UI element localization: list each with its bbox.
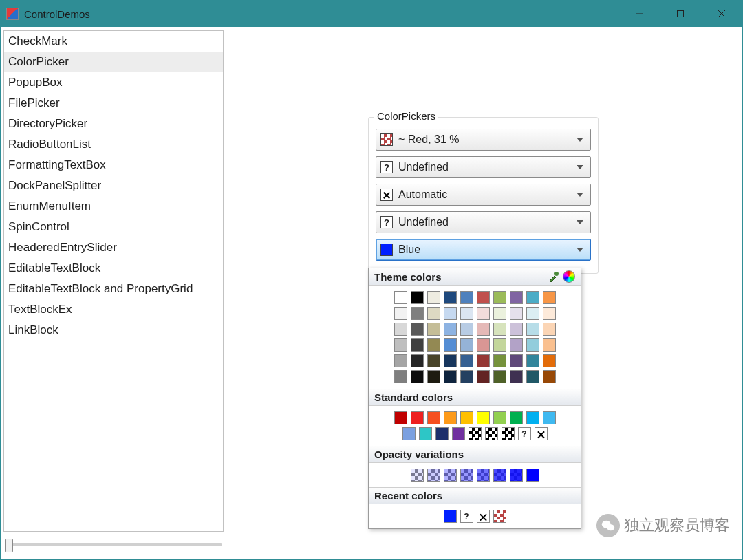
color-swatch[interactable]: [460, 338, 473, 352]
undefined-swatch[interactable]: ?: [518, 427, 531, 440]
undefined-swatch[interactable]: ?: [460, 510, 473, 523]
list-item[interactable]: EnumMenuItem: [4, 196, 223, 217]
color-swatch[interactable]: [444, 370, 457, 383]
color-swatch[interactable]: [543, 354, 556, 367]
color-swatch[interactable]: [510, 338, 523, 352]
color-swatch[interactable]: [543, 411, 556, 424]
demo-listbox[interactable]: CheckMarkColorPickerPopupBoxFilePickerDi…: [3, 30, 224, 532]
opacity-swatch[interactable]: [411, 469, 424, 482]
list-item[interactable]: SpinControl: [4, 217, 223, 237]
color-swatch[interactable]: [460, 411, 473, 424]
color-swatch[interactable]: [444, 338, 457, 352]
color-swatch[interactable]: [510, 411, 523, 424]
color-swatch[interactable]: [394, 338, 407, 352]
color-swatch[interactable]: [411, 291, 424, 304]
color-swatch[interactable]: [477, 291, 490, 304]
transparent-swatch[interactable]: [469, 427, 482, 440]
color-swatch[interactable]: [543, 338, 556, 352]
color-swatch[interactable]: [493, 338, 506, 352]
color-swatch[interactable]: [477, 307, 490, 320]
color-swatch[interactable]: [444, 307, 457, 320]
color-combo[interactable]: ?Undefined: [376, 211, 591, 233]
color-swatch[interactable]: [477, 338, 490, 352]
list-item[interactable]: TextBlockEx: [4, 299, 223, 320]
opacity-swatch[interactable]: [427, 469, 440, 482]
color-swatch[interactable]: [394, 370, 407, 383]
color-combo[interactable]: Automatic: [376, 184, 591, 206]
color-swatch[interactable]: [427, 338, 440, 352]
color-swatch[interactable]: [526, 370, 539, 383]
color-swatch[interactable]: [427, 354, 440, 367]
opacity-swatch[interactable]: [460, 469, 473, 482]
color-swatch[interactable]: [411, 411, 424, 424]
color-swatch[interactable]: [526, 291, 539, 304]
color-swatch[interactable]: [543, 370, 556, 383]
color-swatch[interactable]: [402, 427, 416, 440]
color-swatch[interactable]: [493, 307, 506, 320]
color-swatch[interactable]: [477, 370, 490, 383]
automatic-swatch[interactable]: [535, 427, 548, 440]
opacity-swatch[interactable]: [493, 469, 506, 482]
color-swatch[interactable]: [411, 354, 424, 367]
eyedropper-icon[interactable]: [548, 270, 560, 283]
color-swatch[interactable]: [452, 427, 465, 440]
opacity-swatch[interactable]: [526, 469, 539, 482]
color-swatch[interactable]: [460, 354, 473, 367]
list-item[interactable]: DockPanelSplitter: [4, 175, 223, 196]
color-swatch[interactable]: [427, 291, 440, 304]
color-swatch[interactable]: [394, 307, 407, 320]
color-swatch[interactable]: [510, 323, 523, 336]
recent-swatch[interactable]: [493, 510, 506, 523]
color-swatch[interactable]: [394, 291, 407, 304]
color-swatch[interactable]: [543, 307, 556, 320]
slider-thumb[interactable]: [5, 539, 13, 552]
color-swatch[interactable]: [526, 323, 539, 336]
list-item[interactable]: LinkBlock: [4, 320, 223, 341]
color-swatch[interactable]: [526, 411, 539, 424]
color-swatch[interactable]: [444, 411, 457, 424]
color-swatch[interactable]: [493, 411, 506, 424]
list-item[interactable]: FormattingTextBox: [4, 155, 223, 175]
list-item[interactable]: ColorPicker: [4, 52, 223, 72]
color-swatch[interactable]: [444, 323, 457, 336]
list-item[interactable]: PopupBox: [4, 72, 223, 93]
list-item[interactable]: FilePicker: [4, 93, 223, 114]
color-swatch[interactable]: [460, 291, 473, 304]
color-swatch[interactable]: [411, 307, 424, 320]
color-swatch[interactable]: [444, 354, 457, 367]
color-swatch[interactable]: [460, 323, 473, 336]
list-item[interactable]: EditableTextBlock and PropertyGrid: [4, 279, 223, 299]
color-swatch[interactable]: [394, 354, 407, 367]
color-swatch[interactable]: [543, 323, 556, 336]
color-swatch[interactable]: [444, 291, 457, 304]
color-swatch[interactable]: [493, 323, 506, 336]
color-swatch[interactable]: [460, 370, 473, 383]
automatic-swatch[interactable]: [477, 510, 490, 523]
color-swatch[interactable]: [477, 323, 490, 336]
list-item[interactable]: DirectoryPicker: [4, 114, 223, 134]
color-swatch[interactable]: [510, 291, 523, 304]
color-swatch[interactable]: [493, 354, 506, 367]
color-swatch[interactable]: [493, 370, 506, 383]
color-swatch[interactable]: [493, 291, 506, 304]
transparent-swatch[interactable]: [502, 427, 515, 440]
color-swatch[interactable]: [526, 338, 539, 352]
color-swatch[interactable]: [427, 370, 440, 383]
color-combo[interactable]: ?Undefined: [376, 156, 591, 178]
color-swatch[interactable]: [543, 291, 556, 304]
color-swatch[interactable]: [526, 307, 539, 320]
color-swatch[interactable]: [394, 323, 407, 336]
color-swatch[interactable]: [460, 307, 473, 320]
transparent-swatch[interactable]: [485, 427, 498, 440]
opacity-swatch[interactable]: [444, 469, 457, 482]
color-swatch[interactable]: [477, 411, 490, 424]
color-swatch[interactable]: [411, 338, 424, 352]
color-combo[interactable]: ~ Red, 31 %: [376, 129, 591, 151]
color-swatch[interactable]: [526, 354, 539, 367]
opacity-swatch[interactable]: [477, 469, 490, 482]
color-swatch[interactable]: [435, 427, 449, 440]
list-item[interactable]: EditableTextBlock: [4, 258, 223, 279]
color-swatch[interactable]: [427, 411, 440, 424]
color-swatch[interactable]: [444, 510, 457, 523]
color-swatch[interactable]: [510, 354, 523, 367]
